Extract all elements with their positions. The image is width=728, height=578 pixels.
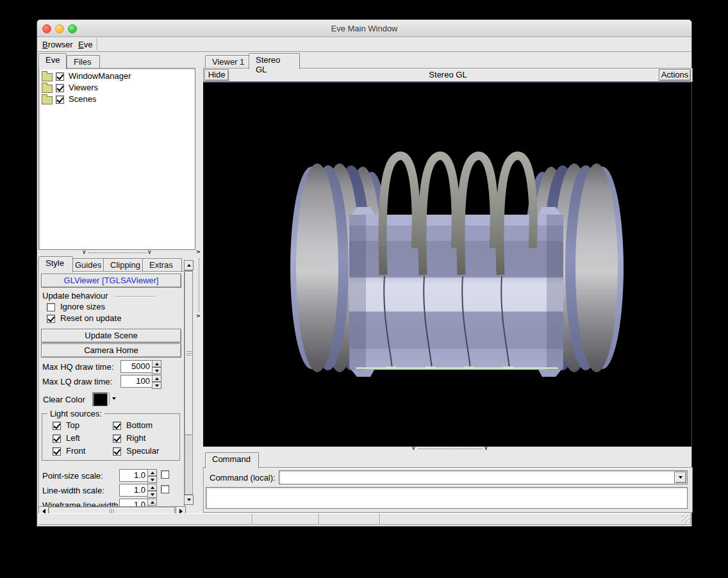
menu-eve[interactable]: Eve: [76, 39, 95, 50]
tab-viewer-1[interactable]: Viewer 1: [205, 55, 252, 68]
detector-model[interactable]: [203, 83, 691, 445]
folder-icon: [42, 96, 53, 104]
splitter-collapse-icon[interactable]: ∨: [147, 249, 152, 254]
update-scene-button[interactable]: Update Scene: [41, 329, 181, 343]
command-input[interactable]: [281, 472, 673, 483]
light-sources-group: Light sources: Top Bottom Left Right Fro…: [42, 413, 180, 461]
tab-files[interactable]: Files: [67, 55, 100, 68]
point-size-entry[interactable]: 1.0: [119, 469, 148, 482]
camera-home-button[interactable]: Camera Home: [41, 343, 181, 358]
vertical-splitter[interactable]: ∨ ∨: [194, 52, 203, 515]
actions-button[interactable]: Actions: [659, 69, 691, 81]
tab-clipping[interactable]: Clipping: [103, 258, 148, 271]
tab-extras[interactable]: Extras: [142, 258, 182, 271]
tree-item-label[interactable]: WindowManager: [69, 71, 131, 81]
command-combobox[interactable]: [279, 470, 688, 484]
dropdown-arrow-icon: [679, 476, 682, 479]
ignore-sizes-label[interactable]: Ignore sizes: [60, 302, 105, 311]
light-bottom-label[interactable]: Bottom: [126, 420, 153, 430]
light-front-checkbox[interactable]: [53, 447, 61, 456]
splitter-dotted-line: [199, 258, 199, 312]
tab-eve[interactable]: Eve: [38, 53, 67, 69]
menu-browser[interactable]: Browser: [40, 39, 76, 50]
spin-down-icon[interactable]: [147, 476, 157, 483]
light-front-label[interactable]: Front: [66, 446, 85, 456]
max-hq-entry[interactable]: 5000: [120, 360, 153, 373]
tree-checkbox[interactable]: [56, 84, 64, 92]
light-right-checkbox[interactable]: [113, 434, 121, 443]
folder-icon: [42, 73, 53, 81]
tree-item-label[interactable]: Scenes: [69, 94, 96, 104]
line-width-checkbox[interactable]: [161, 485, 169, 493]
light-bottom-checkbox[interactable]: [113, 422, 121, 430]
spin-up-icon[interactable]: [147, 469, 157, 476]
scroll-down-icon[interactable]: [184, 495, 194, 505]
glviewer-button[interactable]: GLViewer [TGLSAViewer]: [41, 274, 181, 288]
spin-up-icon[interactable]: [152, 375, 161, 382]
spin-down-icon[interactable]: [152, 367, 161, 374]
tab-stereo-gl[interactable]: Stereo GL: [249, 53, 300, 69]
scroll-up-icon[interactable]: [184, 260, 194, 270]
splitter-collapse-icon[interactable]: ∨: [411, 445, 416, 450]
command-label: Command (local):: [210, 473, 276, 483]
splitter-dotted-line: [88, 252, 147, 253]
light-left-label[interactable]: Left: [66, 433, 80, 443]
viewer-toolbar: Hide Stereo GL Actions: [203, 68, 693, 82]
gl-viewport[interactable]: [203, 81, 691, 447]
update-behaviour-label: Update behaviour: [42, 291, 108, 301]
spin-up-icon[interactable]: [147, 499, 157, 506]
tree-item-label[interactable]: Viewers: [69, 83, 98, 92]
splitter-collapse-icon[interactable]: ∨: [484, 445, 488, 450]
spin-up-icon[interactable]: [147, 484, 157, 491]
status-bar: [37, 513, 691, 525]
point-size-checkbox[interactable]: [161, 470, 169, 479]
clear-color-swatch[interactable]: [92, 392, 108, 406]
spin-up-icon[interactable]: [152, 360, 161, 367]
main-area: Eve Files WindowManager Viewers Scenes ∨: [37, 52, 691, 515]
light-specular-label[interactable]: Specular: [126, 446, 159, 456]
max-lq-spinner[interactable]: [152, 375, 160, 389]
light-left-checkbox[interactable]: [53, 434, 61, 443]
light-sources-legend: Light sources:: [47, 409, 104, 418]
combo-dropdown-button[interactable]: [674, 472, 686, 483]
point-size-label: Point-size scale:: [42, 471, 103, 481]
eve-tree-panel: WindowManager Viewers Scenes: [38, 68, 195, 250]
splitter-collapse-icon[interactable]: ∨: [195, 314, 201, 318]
status-segment: [38, 513, 252, 525]
wireframe-width-spinner[interactable]: [147, 499, 156, 506]
folder-icon: [42, 85, 53, 93]
point-size-spinner[interactable]: [147, 469, 156, 483]
tab-command[interactable]: Command: [205, 452, 259, 468]
style-panel-scrollbar[interactable]: [184, 260, 194, 505]
light-top-checkbox[interactable]: [53, 422, 61, 430]
ignore-sizes-checkbox[interactable]: [47, 303, 55, 311]
tree-checkbox[interactable]: [56, 95, 64, 104]
menu-bar: Browser Eve: [37, 37, 691, 52]
line-width-entry[interactable]: 1.0: [119, 484, 148, 497]
status-segment: [380, 513, 691, 525]
splitter-collapse-icon[interactable]: ∨: [195, 250, 201, 254]
group-line: [115, 296, 154, 297]
light-top-label[interactable]: Top: [66, 420, 79, 430]
command-history-box[interactable]: [206, 487, 688, 509]
horizontal-splitter[interactable]: ∨ ∨: [38, 249, 194, 256]
status-segment: [319, 513, 380, 525]
scrollbar-thumb[interactable]: [185, 271, 193, 435]
max-hq-spinner[interactable]: [152, 360, 160, 374]
tree-checkbox[interactable]: [56, 72, 64, 81]
spin-down-icon[interactable]: [152, 382, 161, 389]
max-lq-entry[interactable]: 100: [120, 375, 153, 388]
line-width-spinner[interactable]: [147, 484, 156, 498]
light-specular-checkbox[interactable]: [113, 447, 121, 456]
title-bar[interactable]: Eve Main Window: [37, 20, 691, 37]
clear-color-dropdown[interactable]: [109, 392, 119, 405]
light-right-label[interactable]: Right: [126, 433, 145, 443]
reset-on-update-label[interactable]: Reset on update: [60, 313, 121, 323]
splitter-collapse-icon[interactable]: ∨: [82, 249, 87, 254]
spin-down-icon[interactable]: [147, 491, 157, 498]
resize-grip-icon[interactable]: [681, 515, 690, 523]
tab-style[interactable]: Style: [38, 256, 73, 272]
horizontal-splitter[interactable]: ∨ ∨: [203, 445, 691, 452]
reset-on-update-checkbox[interactable]: [47, 315, 55, 323]
clear-color-label: Clear Color: [43, 395, 85, 404]
